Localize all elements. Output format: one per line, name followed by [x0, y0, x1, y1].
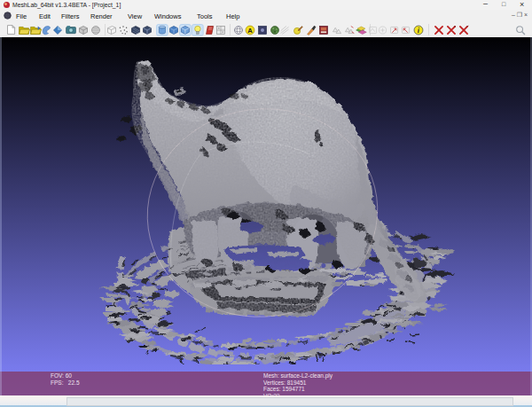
svg-text:A: A — [247, 27, 253, 35]
